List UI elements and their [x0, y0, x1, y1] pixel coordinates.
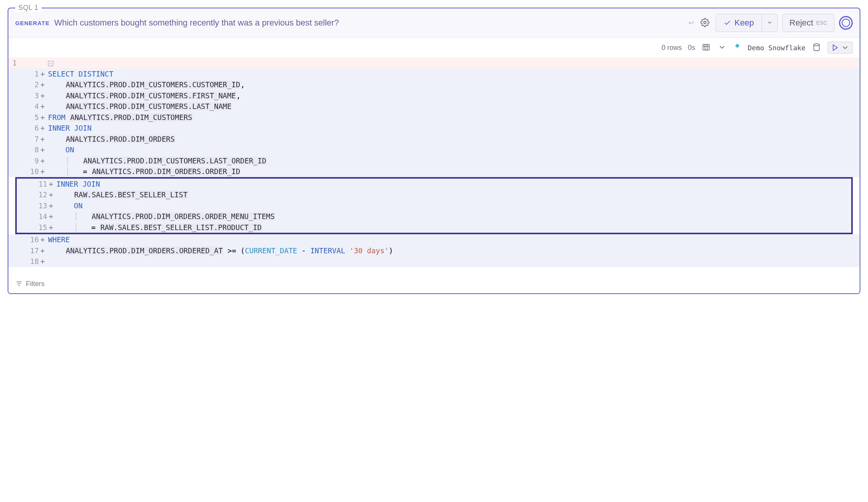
reject-hint: ESC: [816, 20, 827, 26]
chevron-down-icon: [767, 19, 773, 26]
datasource-select-button[interactable]: [812, 42, 822, 53]
code-line[interactable]: 4+ ANALYTICS.PROD.DIM_CUSTOMERS.LAST_NAM…: [8, 101, 860, 112]
code-line[interactable]: 16+WHERE: [8, 234, 860, 245]
highlighted-region: 11+INNER JOIN12+ RAW.SALES.BEST_SELLER_L…: [15, 177, 853, 235]
chevron-down-icon: [718, 43, 726, 51]
code-line[interactable]: 3+ ANALYTICS.PROD.DIM_CUSTOMERS.FIRST_NA…: [8, 90, 860, 101]
svg-rect-1: [703, 44, 709, 50]
status-bar: 0 rows 0s Demo Snowflake: [8, 38, 860, 58]
keep-label: Keep: [734, 18, 754, 28]
code-line[interactable]: 18+: [8, 256, 860, 267]
run-button[interactable]: [828, 42, 853, 54]
gear-icon: [700, 18, 709, 27]
filter-icon: [15, 280, 23, 288]
code-line[interactable]: 1+SELECT DISTINCT: [8, 69, 860, 80]
code-line[interactable]: 17+ ANALYTICS.PROD.DIM_ORDERS.ORDERED_AT…: [8, 245, 860, 256]
settings-button[interactable]: [699, 16, 711, 30]
code-line[interactable]: 15+ │ = RAW.SALES.BEST_SELLER_LIST.PRODU…: [17, 222, 851, 233]
code-line[interactable]: 13+ ON: [17, 200, 851, 211]
svg-point-0: [704, 21, 706, 24]
play-icon: [831, 43, 839, 52]
prompt-input[interactable]: [54, 18, 684, 28]
cell-tab-label: SQL 1: [15, 4, 42, 12]
code-line[interactable]: 14+ │ ANALYTICS.PROD.DIM_ORDERS.ORDER_ME…: [17, 211, 851, 222]
code-line[interactable]: 1: [8, 58, 860, 69]
code-line[interactable]: 11+INNER JOIN: [17, 179, 851, 190]
footer: Filters: [8, 275, 860, 293]
code-line[interactable]: 10+ │ = ANALYTICS.PROD.DIM_ORDERS.ORDER_…: [8, 166, 860, 177]
datasource-label[interactable]: Demo Snowflake: [748, 44, 806, 52]
code-line[interactable]: 6+INNER JOIN: [8, 123, 860, 134]
code-line[interactable]: 5+FROM ANALYTICS.PROD.DIM_CUSTOMERS: [8, 112, 860, 123]
svg-point-5: [814, 43, 820, 46]
ai-logo-button[interactable]: [839, 16, 853, 30]
keep-button[interactable]: Keep: [716, 14, 762, 32]
database-icon: [812, 43, 821, 51]
code-editor[interactable]: 11+SELECT DISTINCT2+ ANALYTICS.PROD.DIM_…: [8, 58, 860, 275]
keep-dropdown-button[interactable]: [762, 14, 778, 32]
sql-cell: SQL 1 GENERATE ↩ Keep Reject ESC 0 rows …: [8, 8, 860, 294]
code-line[interactable]: 2+ ANALYTICS.PROD.DIM_CUSTOMERS.CUSTOMER…: [8, 79, 860, 90]
table-view-dropdown[interactable]: [717, 42, 727, 53]
code-line[interactable]: 7+ ANALYTICS.PROD.DIM_ORDERS: [8, 134, 860, 145]
snowflake-icon: [733, 43, 741, 53]
code-line[interactable]: 8+ ON: [8, 144, 860, 155]
reject-button[interactable]: Reject ESC: [782, 14, 834, 32]
filters-label[interactable]: Filters: [26, 280, 45, 288]
enter-icon: ↩: [689, 19, 694, 27]
exec-time: 0s: [688, 44, 695, 52]
svg-marker-6: [833, 45, 838, 51]
generate-label: GENERATE: [15, 20, 50, 26]
generate-toolbar: GENERATE ↩ Keep Reject ESC: [8, 8, 860, 38]
table-icon: [702, 43, 710, 51]
table-view-button[interactable]: [701, 42, 711, 53]
reject-label: Reject: [790, 18, 813, 28]
code-line[interactable]: 12+ RAW.SALES.BEST_SELLER_LIST: [17, 189, 851, 200]
check-icon: [724, 19, 731, 27]
chevron-down-icon: [841, 43, 849, 52]
row-count: 0 rows: [661, 44, 682, 52]
code-line[interactable]: 9+ │ ANALYTICS.PROD.DIM_CUSTOMERS.LAST_O…: [8, 155, 860, 166]
